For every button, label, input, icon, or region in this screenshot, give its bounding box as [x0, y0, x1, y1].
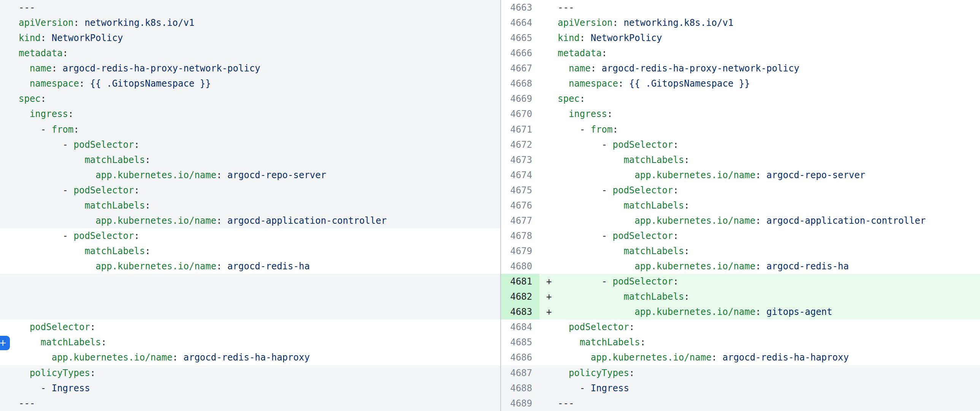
code-token: : [640, 337, 646, 348]
code-token: - [602, 230, 613, 241]
code-token: matchLabels [84, 200, 145, 211]
line-number[interactable]: 4681 [500, 274, 539, 289]
code-token: matchLabels [84, 246, 145, 256]
code-token: app.kubernetes.io/name [95, 215, 216, 226]
code-token: : [591, 63, 602, 74]
code-token [558, 230, 602, 241]
line-number[interactable]: 4683 [500, 304, 539, 319]
line-number[interactable]: 4674 [500, 168, 539, 183]
code-token: matchLabels [624, 291, 684, 302]
left-code-cell: - Ingress [0, 381, 500, 396]
line-number[interactable]: 4666 [500, 46, 539, 61]
right-code-cell: matchLabels: [539, 243, 980, 259]
diff-row: metadata:4666metadata: [0, 46, 980, 61]
code-token [19, 352, 52, 363]
code-token: - [41, 124, 52, 135]
line-number[interactable]: 4688 [500, 381, 539, 396]
add-comment-button[interactable]: + [0, 336, 10, 350]
code-token: NetworkPolicy [591, 33, 662, 43]
line-number[interactable]: 4689 [500, 396, 539, 411]
code-token: : [580, 33, 591, 43]
line-number[interactable]: 4672 [500, 137, 539, 152]
line-number[interactable]: 4669 [500, 91, 539, 106]
code-token: : [134, 140, 139, 150]
left-code-cell: - from: [0, 122, 500, 137]
code-token: : [684, 200, 689, 211]
line-number[interactable]: 4685 [500, 335, 539, 350]
code-token: : [755, 306, 766, 317]
line-number[interactable]: 4684 [500, 319, 539, 335]
code-token: : [216, 261, 228, 271]
code-token: : [755, 170, 766, 181]
right-code-cell: --- [539, 396, 980, 411]
line-number[interactable]: 4676 [500, 198, 539, 213]
code-token: : [580, 94, 585, 104]
code-token: kind [558, 33, 580, 43]
code-token: - [580, 124, 591, 135]
code-token: : [90, 322, 95, 332]
code-token [558, 246, 624, 256]
right-code-cell: matchLabels: [539, 198, 980, 213]
code-token: apiVersion [19, 17, 74, 28]
code-token [558, 291, 624, 302]
code-token: podSelector [613, 185, 673, 196]
code-token: - [63, 230, 74, 241]
line-number[interactable]: 4677 [500, 213, 539, 228]
line-number[interactable]: 4670 [500, 106, 539, 122]
line-number[interactable]: 4679 [500, 243, 539, 259]
code-token [558, 261, 635, 271]
diff-row: 4682+ matchLabels: [0, 289, 980, 304]
code-token: podSelector [613, 276, 673, 287]
code-token: matchLabels [624, 246, 684, 256]
code-token: - [602, 185, 613, 196]
line-number[interactable]: 4664 [500, 15, 539, 30]
code-token: --- [19, 2, 35, 13]
line-number[interactable]: 4668 [500, 76, 539, 91]
code-token: : [673, 276, 678, 287]
code-token: matchLabels [624, 155, 684, 165]
code-token [19, 383, 41, 394]
line-number[interactable]: 4675 [500, 183, 539, 198]
left-code-cell: - podSelector: [0, 137, 500, 152]
diff-row: matchLabels:4679 matchLabels: [0, 243, 980, 259]
line-number[interactable]: 4680 [500, 259, 539, 274]
left-code-cell: app.kubernetes.io/name: argocd-redis-ha-… [0, 350, 500, 365]
code-token: Ingress [52, 383, 90, 394]
code-token: : [673, 140, 678, 150]
line-number[interactable]: 4665 [500, 30, 539, 46]
diff-row: - podSelector:4678 - podSelector: [0, 228, 980, 243]
code-token: ingress [30, 109, 68, 119]
line-number[interactable]: 4667 [500, 61, 539, 76]
line-number[interactable]: 4682 [500, 289, 539, 304]
code-token: app.kubernetes.io/name [95, 170, 216, 181]
code-token: : [602, 48, 607, 59]
left-code-cell: --- [0, 396, 500, 411]
line-number[interactable]: 4671 [500, 122, 539, 137]
code-token: : [90, 368, 95, 378]
code-token: podSelector [74, 140, 134, 150]
line-number[interactable]: 4686 [500, 350, 539, 365]
code-token: - [602, 140, 613, 150]
code-token: argocd-redis-ha [766, 261, 849, 271]
left-code-cell: - podSelector: [0, 183, 500, 198]
line-number[interactable]: 4673 [500, 152, 539, 168]
code-token: argocd-application-controller [766, 215, 926, 226]
code-token: policyTypes [30, 368, 90, 378]
right-code-cell: - from: [539, 122, 980, 137]
code-token: name [30, 63, 52, 74]
diff-row: kind: NetworkPolicy4665kind: NetworkPoli… [0, 30, 980, 46]
right-code-cell: app.kubernetes.io/name: argocd-redis-ha [539, 259, 980, 274]
code-token: : [79, 78, 90, 89]
code-token: podSelector [30, 322, 90, 332]
line-number[interactable]: 4678 [500, 228, 539, 243]
code-token: app.kubernetes.io/name [52, 352, 173, 363]
diff-row: matchLabels:4676 matchLabels: [0, 198, 980, 213]
code-token: app.kubernetes.io/name [95, 261, 216, 271]
left-code-cell: matchLabels: [0, 335, 500, 350]
line-number[interactable]: 4663 [500, 0, 539, 15]
line-number[interactable]: 4687 [500, 365, 539, 381]
left-code-cell: --- [0, 0, 500, 15]
diff-row: matchLabels:4685 matchLabels: [0, 335, 980, 350]
code-token [19, 170, 95, 181]
right-code-cell: - Ingress [539, 381, 980, 396]
